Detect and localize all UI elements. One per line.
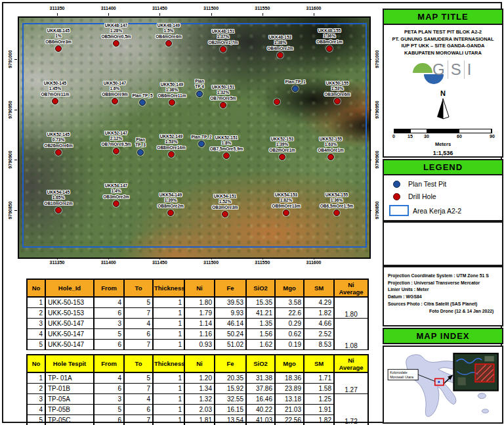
table-row: 5TP-05C6711.8113.5441.0322.561.82 xyxy=(27,415,368,425)
y-tick-label: 9790900 xyxy=(375,151,379,169)
cell: 0.29 xyxy=(275,319,304,329)
cell: 1.62 xyxy=(246,340,275,350)
drill-hole-point xyxy=(279,154,285,160)
cell: 7 xyxy=(124,415,153,425)
aerial-map: UKK48-1451%OB6mOre3mUKK48-1471.28%OB5mOr… xyxy=(18,16,371,259)
map-points-layer: UKK48-1451%OB6mOre3mUKK48-1471.28%OB5mOr… xyxy=(19,18,369,257)
cell: 1 xyxy=(27,372,45,384)
projection-line: Projection Coordinate System : UTM Zone … xyxy=(388,273,499,280)
plan-test-pit-label: Plan TP_5 xyxy=(132,93,152,99)
drill-hole-label: UKK48-1491.5%OB4mOre4m xyxy=(156,23,182,39)
logo-letter: G xyxy=(430,60,448,79)
column-header: Ni Average xyxy=(334,279,368,297)
x-tick-label: 311500 xyxy=(203,6,219,11)
cell: 16.15 xyxy=(215,405,246,415)
map-title-text: PETA PLAN TEST PIT BLOK A2-2PT. GUNUNG S… xyxy=(384,29,502,56)
scale-tick-label: 60 xyxy=(457,134,462,139)
plan-test-pit-label: Plan TP_2 xyxy=(191,135,211,140)
drill-hole-point xyxy=(55,207,62,213)
y-tick-label: 9790850 xyxy=(8,201,12,219)
scale-bar: 015306090 Meters 1:1,536 xyxy=(394,129,492,156)
cell: TP-05B xyxy=(45,405,94,415)
cell: 13.54 xyxy=(215,415,246,425)
header-row: NoHole TespitFromToThicknessNiFeSiO2MgoS… xyxy=(27,355,368,372)
svg-text:Morowali Utara: Morowali Utara xyxy=(390,375,413,379)
column-header: From xyxy=(94,355,124,372)
cell: 21.03 xyxy=(275,405,304,415)
cell: 0.62 xyxy=(275,329,304,340)
drill-hole-point xyxy=(283,210,289,216)
drill-hole-label: UKK54-1551.36%OB6,5mOre1,5m xyxy=(320,192,354,209)
tick-mark xyxy=(14,160,17,160)
column-header: SiO2 xyxy=(246,355,275,372)
cell: 4.29 xyxy=(304,297,334,308)
column-header: SM xyxy=(304,279,334,297)
cell: 7 xyxy=(124,384,153,394)
cell: 18.36 xyxy=(275,372,304,384)
y-axis-left: 9791000979095097909009790850 xyxy=(4,16,17,256)
drill-hole-point xyxy=(169,99,175,106)
x-axis-top: 311350311400311450311500311550311600 xyxy=(18,6,368,16)
cell: 2 xyxy=(27,308,45,319)
drill-hole-label: UKK54-1531.82%OB9mOre13m xyxy=(272,192,300,209)
drill-hole-label: UKK50-1451.45%OB7mOre11m xyxy=(41,81,70,97)
cell: 5 xyxy=(94,329,124,340)
column-header: Thickness xyxy=(153,279,184,297)
cell: 5 xyxy=(124,372,153,384)
column-header: Ni xyxy=(184,355,215,372)
cell: 1.82 xyxy=(304,308,334,319)
table-row: 4UKK-50-1475611.1650.241.560.622.52 xyxy=(27,329,368,340)
table-row: 1UKK-50-1534511.8039.5315.353.584.291.80 xyxy=(27,297,368,308)
cell: 3 xyxy=(27,394,45,405)
cell: TP-05C xyxy=(45,415,94,425)
tick-mark xyxy=(108,13,109,16)
cell: 20.35 xyxy=(215,372,246,384)
cell: 4.66 xyxy=(304,319,334,329)
drill-hole-point xyxy=(167,210,174,216)
drill-hole-point xyxy=(223,152,230,159)
cell: 5 xyxy=(27,415,45,425)
column-header: SiO2 xyxy=(246,279,275,297)
cell: 5 xyxy=(124,297,153,308)
column-header: Thickness xyxy=(153,355,184,372)
scale-tick-label: 90 xyxy=(490,134,495,139)
cell: 1.58 xyxy=(304,384,334,394)
column-header: To xyxy=(124,279,153,297)
column-header: Fe xyxy=(215,355,246,372)
cell: 50.24 xyxy=(215,329,246,340)
gsi-logo: GSI xyxy=(413,60,473,89)
locator-dot xyxy=(438,381,440,383)
cell: 2.52 xyxy=(304,329,334,340)
drill-hole-point xyxy=(220,102,226,108)
table-row: 2UKK-50-1536711.799.9341.2122.61.82 xyxy=(27,308,368,319)
y-tick-label: 9790950 xyxy=(375,101,379,118)
legend-box: LEGEND Plan Test PitDrill HoleArea Kerja… xyxy=(383,159,503,221)
x-tick-label: 311600 xyxy=(306,260,322,265)
cell: 3 xyxy=(27,319,45,329)
cell: 2.03 xyxy=(184,405,215,415)
plan-test-pit-point xyxy=(196,91,203,97)
cell: 5 xyxy=(27,340,45,350)
map-index-graphic: Kolonodale Morowali Utara xyxy=(384,347,502,422)
logo-letters: GSI xyxy=(430,60,474,79)
drill-hole-point xyxy=(334,98,341,104)
tick-mark xyxy=(262,13,263,16)
x-tick-label: 311350 xyxy=(50,260,65,265)
projection-line: Datum : WGS84 xyxy=(388,294,499,301)
cell: 1.81 xyxy=(184,415,215,425)
map-title-line: PETA PLAN TEST PIT BLOK A2-2 xyxy=(384,29,502,36)
header-row: NoHole_IdFromToThicknessNiFeSiO2MgoSMNi … xyxy=(27,279,368,297)
column-header: No xyxy=(27,355,45,372)
column-header: Hole_Id xyxy=(45,279,94,297)
drill-hole-label: UKK48-1551.36%OB8mOre1m xyxy=(316,28,343,45)
cell: 7 xyxy=(124,340,153,350)
drill-hole-point xyxy=(168,151,175,158)
projection-line: Projection : Universal Transverse Mercat… xyxy=(388,280,499,287)
north-label: N xyxy=(384,89,502,97)
tick-mark xyxy=(57,13,58,16)
cell: 1.25 xyxy=(304,394,334,405)
plan-test-pit-point xyxy=(198,141,205,147)
drill-hole-point xyxy=(113,148,119,154)
cell: 13.18 xyxy=(275,394,304,405)
scale-unit: Meters xyxy=(394,141,492,147)
